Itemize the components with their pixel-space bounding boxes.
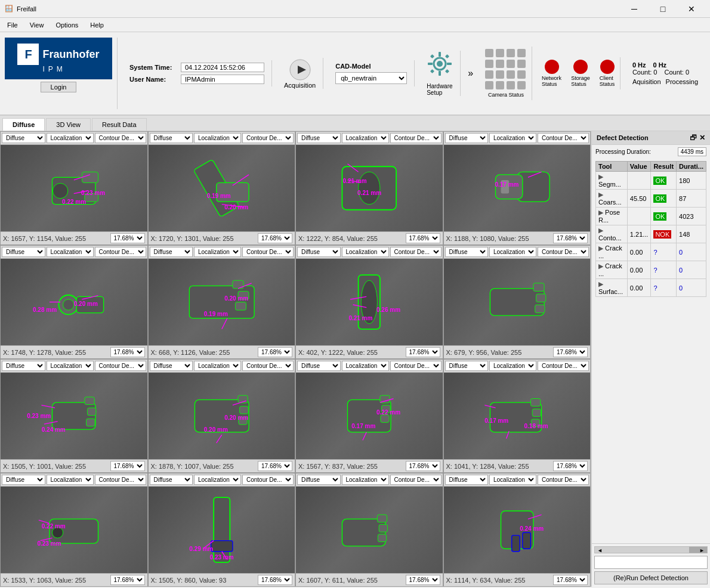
panel-body[interactable]: 0.17 mm [444,145,591,231]
panel-dropdown-0[interactable]: Diffuse [297,361,341,371]
row-expand[interactable]: ▶ Crack ... [596,243,628,261]
panel-dropdown-2[interactable]: Contour De... [538,247,589,257]
panel-dropdown-2[interactable]: Contour De... [538,361,589,371]
panel-dropdown-2[interactable]: Contour De... [538,133,589,143]
panel-dropdown-0[interactable]: Diffuse [445,475,489,485]
panel-dropdown-2[interactable]: Contour De... [242,133,294,143]
menu-file[interactable]: File [2,20,23,30]
tab-3dview[interactable]: 3D View [46,118,91,131]
panel-dropdown-2[interactable]: Contour De... [242,247,294,257]
panel-body[interactable]: 0.22 mm0.17 mm [296,373,443,459]
expand-button[interactable]: » [465,66,476,81]
panel-zoom-select[interactable]: 17.68% [406,575,440,585]
panel-dropdown-2[interactable]: Contour De... [390,247,442,257]
defect-scrollbar[interactable]: ◄ ► [594,546,708,553]
panel-dropdown-2[interactable]: Contour De... [95,361,146,371]
panel-zoom-select[interactable]: 17.68% [406,461,440,471]
panel-body[interactable]: 0.29 mm0.23 mm [149,487,295,573]
panel-body[interactable]: 0.21 mm0.21 mm [296,145,443,231]
panel-dropdown-1[interactable]: Localization [342,361,389,371]
row-expand[interactable]: ▶ Surfac... [596,279,628,297]
panel-dropdown-0[interactable]: Diffuse [150,361,193,371]
panel-dropdown-2[interactable]: Contour De... [242,475,294,485]
expand-arrow-icon[interactable]: ▶ [598,191,603,198]
panel-body[interactable]: 0.23 mm0.24 mm [1,373,147,459]
panel-dropdown-0[interactable]: Diffuse [297,247,341,257]
panel-dropdown-1[interactable]: Localization [47,133,94,143]
panel-dropdown-1[interactable]: Localization [194,361,241,371]
row-expand[interactable]: ▶ Crack ... [596,261,628,279]
panel-zoom-select[interactable]: 17.68% [553,461,588,471]
panel-dropdown-1[interactable]: Localization [342,475,389,485]
panel-zoom-select[interactable]: 17.68% [258,347,292,357]
acquisition-play-button[interactable] [288,58,312,82]
panel-dropdown-1[interactable]: Localization [489,247,536,257]
panel-body[interactable]: 0.22 mm0.23 mm [1,487,147,573]
panel-body[interactable]: 0.20 mm0.20 mm [149,373,295,459]
panel-dropdown-1[interactable]: Localization [489,475,536,485]
panel-dropdown-2[interactable]: Contour De... [390,361,442,371]
panel-dropdown-0[interactable]: Diffuse [2,247,45,257]
panel-zoom-select[interactable]: 17.68% [406,233,440,243]
scroll-left-arrow[interactable]: ◄ [597,547,603,554]
tab-result-data[interactable]: Result Data [92,118,146,131]
panel-body[interactable] [444,259,591,345]
panel-zoom-select[interactable]: 17.68% [406,347,440,357]
panel-zoom-select[interactable]: 17.68% [258,575,292,585]
tab-diffuse[interactable]: Diffuse [2,118,45,131]
panel-dropdown-1[interactable]: Localization [47,361,94,371]
panel-dropdown-0[interactable]: Diffuse [2,361,45,371]
row-expand[interactable]: ▶ Conto... [596,225,628,243]
panel-zoom-select[interactable]: 17.68% [553,347,588,357]
menu-help[interactable]: Help [85,20,109,30]
panel-dropdown-2[interactable]: Contour De... [95,247,146,257]
scroll-right-arrow[interactable]: ► [699,547,705,554]
panel-dropdown-2[interactable]: Contour De... [95,475,146,485]
panel-dropdown-1[interactable]: Localization [194,247,241,257]
close-button[interactable]: ✕ [678,0,705,18]
maximize-button[interactable]: □ [649,0,677,18]
panel-dropdown-2[interactable]: Contour De... [390,475,442,485]
panel-close-icon[interactable]: ✕ [699,134,705,142]
panel-dropdown-1[interactable]: Localization [489,133,536,143]
panel-zoom-select[interactable]: 17.68% [553,233,588,243]
expand-arrow-icon[interactable]: ▶ [598,245,603,252]
panel-body[interactable]: 0.19 mm0.20 mm [149,145,295,231]
panel-dropdown-1[interactable]: Localization [47,247,94,257]
minimize-button[interactable]: ─ [621,0,648,18]
expand-arrow-icon[interactable]: ▶ [598,227,603,234]
expand-arrow-icon[interactable]: ▶ [598,262,603,270]
panel-body[interactable]: 0.24 mm [444,487,591,573]
panel-body[interactable]: 0.20 mm0.19 mm [149,259,295,345]
panel-dropdown-0[interactable]: Diffuse [297,475,341,485]
panel-body[interactable] [296,487,443,573]
hardware-gear-icon[interactable] [427,51,453,82]
panel-dropdown-0[interactable]: Diffuse [445,361,489,371]
panel-dropdown-1[interactable]: Localization [194,475,241,485]
expand-arrow-icon[interactable]: ▶ [598,280,603,287]
defect-text-input[interactable] [594,556,708,569]
panel-zoom-select[interactable]: 17.68% [110,461,145,471]
row-expand[interactable]: ▶ Segm... [596,172,628,190]
login-button[interactable]: Login [41,82,77,92]
expand-arrow-icon[interactable]: ▶ [598,209,603,216]
panel-dropdown-0[interactable]: Diffuse [150,133,193,143]
cadmodel-select[interactable]: qb_newtrain [335,72,407,84]
panel-body[interactable]: 0.28 mm0.20 mm [1,259,147,345]
panel-body[interactable]: 0.17 mm0.18 mm [444,373,591,459]
expand-arrow-icon[interactable]: ▶ [598,173,603,180]
panel-zoom-select[interactable]: 17.68% [110,347,145,357]
panel-restore-icon[interactable]: 🗗 [690,134,697,142]
panel-dropdown-1[interactable]: Localization [489,361,536,371]
panel-zoom-select[interactable]: 17.68% [110,233,145,243]
panel-zoom-select[interactable]: 17.68% [258,233,292,243]
run-defect-button[interactable]: (Re)Run Defect Detection [594,571,708,584]
row-expand[interactable]: ▶ Coars... [596,190,628,208]
panel-dropdown-1[interactable]: Localization [342,247,389,257]
panel-dropdown-2[interactable]: Contour De... [95,133,146,143]
panel-dropdown-1[interactable]: Localization [342,133,389,143]
panel-zoom-select[interactable]: 17.68% [258,461,292,471]
panel-dropdown-0[interactable]: Diffuse [445,133,489,143]
panel-zoom-select[interactable]: 17.68% [553,575,588,585]
panel-dropdown-0[interactable]: Diffuse [2,475,45,485]
